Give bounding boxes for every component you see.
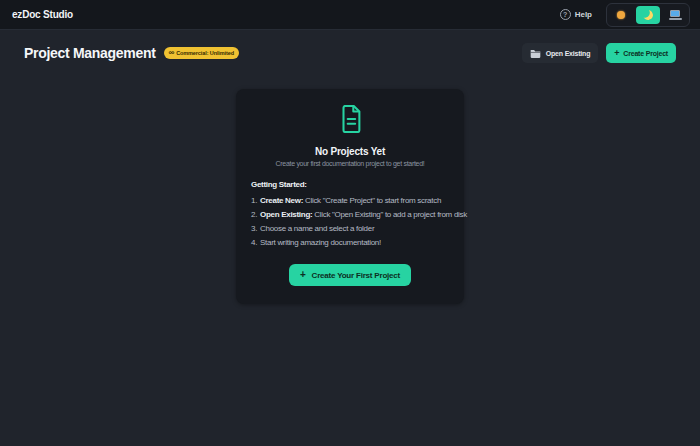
main-content: Project Management ∞ Commercial: Unlimit…	[0, 42, 700, 304]
create-first-project-label: Create Your First Project	[312, 271, 401, 280]
topbar-right: ? Help	[560, 3, 690, 27]
getting-started-step-3: 3.Choose a name and select a folder	[251, 225, 454, 233]
getting-started-heading: Getting Started:	[251, 180, 454, 189]
theme-toggle-group	[606, 3, 690, 27]
infinity-icon: ∞	[169, 49, 175, 57]
folder-icon	[530, 49, 541, 58]
create-project-label: Create Project	[623, 50, 668, 57]
document-icon-wrap	[246, 105, 454, 137]
create-project-button[interactable]: + Create Project	[606, 43, 676, 63]
page-actions: Open Existing + Create Project	[522, 43, 676, 63]
getting-started-step-2: 2.Open Existing: Click "Open Existing" t…	[251, 211, 454, 219]
top-bar: ezDoc Studio ? Help	[0, 0, 700, 30]
help-label: Help	[575, 10, 592, 19]
getting-started-section: Getting Started: 1.Create New: Click "Cr…	[246, 180, 454, 247]
create-first-project-button[interactable]: + Create Your First Project	[289, 264, 411, 286]
empty-state-card: No Projects Yet Create your first docume…	[236, 89, 464, 304]
sun-icon	[617, 11, 625, 19]
page-header: Project Management ∞ Commercial: Unlimit…	[24, 42, 676, 64]
getting-started-step-1: 1.Create New: Click "Create Project" to …	[251, 197, 454, 205]
plus-icon: +	[300, 270, 306, 280]
theme-system-button[interactable]	[663, 6, 687, 24]
license-badge: ∞ Commercial: Unlimited	[164, 47, 239, 59]
getting-started-step-4: 4.Start writing amazing documentation!	[251, 239, 454, 247]
step-text: Choose a name and select a folder	[260, 224, 374, 233]
document-icon	[339, 105, 362, 133]
laptop-icon	[669, 10, 682, 20]
plus-icon: +	[614, 49, 619, 58]
theme-dark-button[interactable]	[636, 6, 660, 24]
step-text: Start writing amazing documentation!	[260, 238, 381, 247]
step-text: Click "Create Project" to start from scr…	[303, 196, 441, 205]
theme-light-button[interactable]	[609, 6, 633, 24]
laptop-screen	[670, 10, 680, 17]
open-existing-button[interactable]: Open Existing	[522, 43, 598, 63]
step-number: 4.	[251, 238, 257, 247]
app-window: ezDoc Studio ? Help	[0, 0, 700, 304]
empty-state-subtitle: Create your first documentation project …	[246, 160, 454, 167]
step-number: 1.	[251, 196, 257, 205]
help-icon: ?	[560, 9, 571, 20]
step-text: Click "Open Existing" to add a project f…	[312, 210, 467, 219]
step-number: 3.	[251, 224, 257, 233]
page-title: Project Management	[24, 45, 156, 61]
moon-icon	[642, 8, 654, 20]
open-existing-label: Open Existing	[546, 50, 590, 57]
app-title: ezDoc Studio	[12, 9, 73, 20]
step-bold: Create New:	[260, 196, 303, 205]
laptop-base	[669, 18, 682, 20]
empty-state-title: No Projects Yet	[246, 146, 454, 157]
step-number: 2.	[251, 210, 257, 219]
step-bold: Open Existing:	[260, 210, 312, 219]
license-badge-label: Commercial: Unlimited	[176, 50, 234, 56]
help-button[interactable]: ? Help	[560, 9, 592, 20]
page-title-wrap: Project Management ∞ Commercial: Unlimit…	[24, 45, 239, 61]
